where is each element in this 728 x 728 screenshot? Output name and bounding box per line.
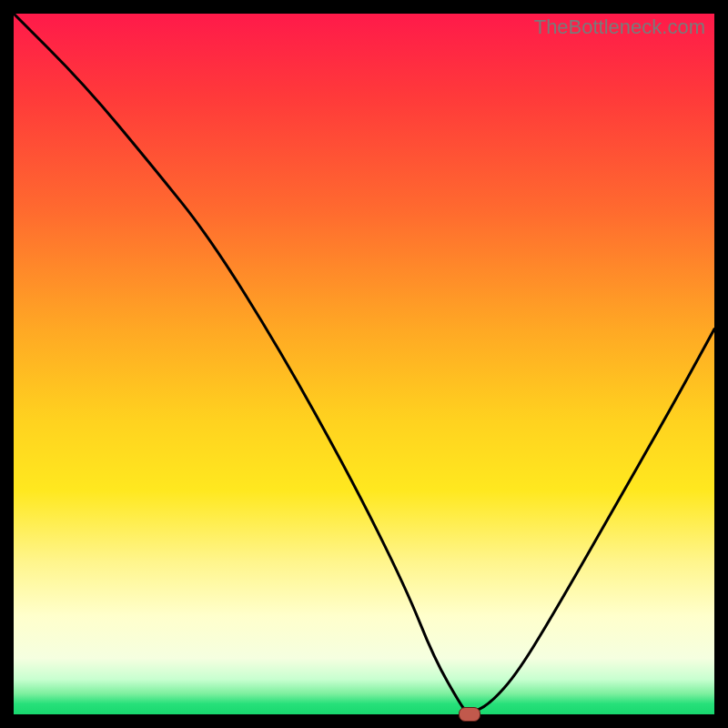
watermark-label: TheBottleneck.com bbox=[534, 15, 705, 39]
chart-plot-area: TheBottleneck.com bbox=[14, 14, 714, 714]
bottleneck-curve bbox=[14, 14, 714, 714]
optimal-point-marker bbox=[459, 707, 480, 722]
chart-frame: TheBottleneck.com bbox=[0, 0, 728, 728]
